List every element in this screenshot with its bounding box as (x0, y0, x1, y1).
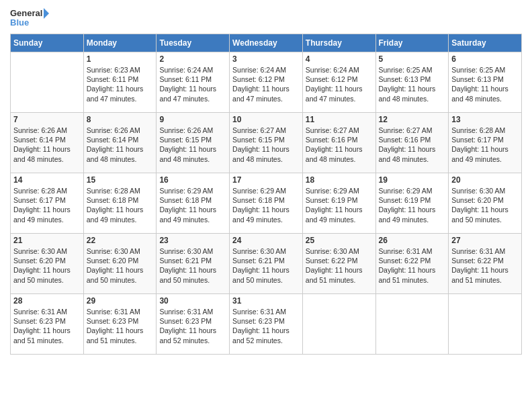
day-number: 19 (379, 175, 446, 185)
calendar-table: SundayMondayTuesdayWednesdayThursdayFrid… (10, 34, 522, 355)
day-cell: 27Sunrise: 6:31 AMSunset: 6:22 PMDayligh… (449, 234, 522, 294)
day-number: 11 (306, 115, 373, 124)
calendar-header-row: SundayMondayTuesdayWednesdayThursdayFrid… (11, 34, 522, 52)
day-cell (302, 294, 375, 355)
day-number: 6 (451, 54, 519, 64)
day-info: Sunrise: 6:26 AMSunset: 6:15 PMDaylight:… (159, 126, 226, 164)
day-info: Sunrise: 6:30 AMSunset: 6:20 PMDaylight:… (13, 246, 81, 285)
day-cell: 18Sunrise: 6:29 AMSunset: 6:19 PMDayligh… (302, 173, 375, 234)
day-number: 13 (451, 115, 519, 124)
col-header-tuesday: Tuesday (157, 34, 230, 52)
day-number: 9 (159, 115, 226, 124)
day-cell: 3Sunrise: 6:24 AMSunset: 6:12 PMDaylight… (230, 52, 303, 113)
week-row-2: 7Sunrise: 6:26 AMSunset: 6:14 PMDaylight… (11, 113, 522, 173)
day-number: 21 (13, 236, 81, 245)
day-cell: 5Sunrise: 6:25 AMSunset: 6:13 PMDaylight… (375, 52, 449, 113)
day-info: Sunrise: 6:29 AMSunset: 6:18 PMDaylight:… (232, 186, 300, 224)
day-cell: 6Sunrise: 6:25 AMSunset: 6:13 PMDaylight… (449, 52, 522, 113)
day-cell: 20Sunrise: 6:30 AMSunset: 6:20 PMDayligh… (449, 173, 522, 234)
day-cell: 19Sunrise: 6:29 AMSunset: 6:19 PMDayligh… (375, 173, 449, 234)
day-number: 16 (159, 175, 226, 185)
day-info: Sunrise: 6:27 AMSunset: 6:15 PMDaylight:… (232, 126, 300, 164)
day-number: 8 (87, 115, 154, 124)
day-cell: 30Sunrise: 6:31 AMSunset: 6:23 PMDayligh… (157, 294, 230, 355)
header: GeneralBlue (10, 7, 522, 28)
day-number: 14 (13, 175, 81, 185)
day-cell: 14Sunrise: 6:28 AMSunset: 6:17 PMDayligh… (11, 173, 84, 234)
day-info: Sunrise: 6:29 AMSunset: 6:19 PMDaylight:… (306, 186, 373, 224)
day-info: Sunrise: 6:29 AMSunset: 6:19 PMDaylight:… (379, 186, 446, 224)
day-info: Sunrise: 6:24 AMSunset: 6:11 PMDaylight:… (159, 65, 226, 103)
day-info: Sunrise: 6:31 AMSunset: 6:23 PMDaylight:… (159, 307, 226, 345)
day-info: Sunrise: 6:24 AMSunset: 6:12 PMDaylight:… (232, 65, 300, 103)
day-info: Sunrise: 6:28 AMSunset: 6:17 PMDaylight:… (451, 126, 519, 164)
day-number: 10 (232, 115, 300, 124)
day-number: 29 (87, 296, 154, 306)
day-info: Sunrise: 6:30 AMSunset: 6:20 PMDaylight:… (87, 246, 154, 285)
day-info: Sunrise: 6:26 AMSunset: 6:14 PMDaylight:… (13, 126, 81, 164)
day-cell: 7Sunrise: 6:26 AMSunset: 6:14 PMDaylight… (11, 113, 84, 173)
day-number: 18 (306, 175, 373, 185)
day-number: 22 (87, 236, 154, 245)
day-cell: 21Sunrise: 6:30 AMSunset: 6:20 PMDayligh… (11, 234, 84, 294)
day-cell (449, 294, 522, 355)
day-number: 28 (13, 296, 81, 306)
day-cell: 9Sunrise: 6:26 AMSunset: 6:15 PMDaylight… (157, 113, 230, 173)
day-cell: 17Sunrise: 6:29 AMSunset: 6:18 PMDayligh… (230, 173, 303, 234)
day-cell (11, 52, 84, 113)
day-number: 23 (159, 236, 226, 245)
day-cell: 26Sunrise: 6:31 AMSunset: 6:22 PMDayligh… (375, 234, 449, 294)
day-info: Sunrise: 6:24 AMSunset: 6:12 PMDaylight:… (306, 65, 373, 103)
day-number: 24 (232, 236, 300, 245)
day-cell: 10Sunrise: 6:27 AMSunset: 6:15 PMDayligh… (230, 113, 303, 173)
col-header-wednesday: Wednesday (230, 34, 303, 52)
day-number: 17 (232, 175, 300, 185)
col-header-thursday: Thursday (302, 34, 375, 52)
day-info: Sunrise: 6:23 AMSunset: 6:11 PMDaylight:… (87, 65, 154, 103)
day-info: Sunrise: 6:30 AMSunset: 6:22 PMDaylight:… (306, 246, 373, 285)
day-info: Sunrise: 6:30 AMSunset: 6:21 PMDaylight:… (232, 246, 300, 285)
day-number: 5 (379, 54, 446, 64)
day-info: Sunrise: 6:25 AMSunset: 6:13 PMDaylight:… (451, 65, 519, 103)
day-info: Sunrise: 6:31 AMSunset: 6:22 PMDaylight:… (451, 246, 519, 285)
day-number: 12 (379, 115, 446, 124)
week-row-5: 28Sunrise: 6:31 AMSunset: 6:23 PMDayligh… (11, 294, 522, 355)
svg-marker-2 (44, 8, 49, 19)
day-cell: 12Sunrise: 6:27 AMSunset: 6:16 PMDayligh… (375, 113, 449, 173)
day-cell: 29Sunrise: 6:31 AMSunset: 6:23 PMDayligh… (83, 294, 157, 355)
day-info: Sunrise: 6:26 AMSunset: 6:14 PMDaylight:… (87, 126, 154, 164)
day-number: 20 (451, 175, 519, 185)
day-cell: 8Sunrise: 6:26 AMSunset: 6:14 PMDaylight… (83, 113, 157, 173)
day-cell (375, 294, 449, 355)
week-row-3: 14Sunrise: 6:28 AMSunset: 6:17 PMDayligh… (11, 173, 522, 234)
day-number: 4 (306, 54, 373, 64)
day-cell: 4Sunrise: 6:24 AMSunset: 6:12 PMDaylight… (302, 52, 375, 113)
day-cell: 1Sunrise: 6:23 AMSunset: 6:11 PMDaylight… (83, 52, 157, 113)
day-info: Sunrise: 6:31 AMSunset: 6:23 PMDaylight:… (232, 307, 300, 345)
col-header-friday: Friday (375, 34, 449, 52)
day-cell: 2Sunrise: 6:24 AMSunset: 6:11 PMDaylight… (157, 52, 230, 113)
day-info: Sunrise: 6:28 AMSunset: 6:18 PMDaylight:… (87, 186, 154, 224)
day-number: 2 (159, 54, 226, 64)
day-cell: 23Sunrise: 6:30 AMSunset: 6:21 PMDayligh… (157, 234, 230, 294)
week-row-1: 1Sunrise: 6:23 AMSunset: 6:11 PMDaylight… (11, 52, 522, 113)
day-cell: 28Sunrise: 6:31 AMSunset: 6:23 PMDayligh… (11, 294, 84, 355)
svg-text:Blue: Blue (10, 17, 29, 28)
day-cell: 24Sunrise: 6:30 AMSunset: 6:21 PMDayligh… (230, 234, 303, 294)
day-number: 1 (87, 54, 154, 64)
day-info: Sunrise: 6:25 AMSunset: 6:13 PMDaylight:… (379, 65, 446, 103)
logo: GeneralBlue (10, 7, 50, 28)
day-number: 31 (232, 296, 300, 306)
day-cell: 25Sunrise: 6:30 AMSunset: 6:22 PMDayligh… (302, 234, 375, 294)
day-info: Sunrise: 6:31 AMSunset: 6:23 PMDaylight:… (13, 307, 81, 345)
svg-text:General: General (10, 8, 42, 18)
day-info: Sunrise: 6:30 AMSunset: 6:20 PMDaylight:… (451, 186, 519, 224)
col-header-sunday: Sunday (11, 34, 84, 52)
day-info: Sunrise: 6:27 AMSunset: 6:16 PMDaylight:… (379, 126, 446, 164)
col-header-monday: Monday (83, 34, 157, 52)
day-number: 30 (159, 296, 226, 306)
day-number: 25 (306, 236, 373, 245)
day-cell: 31Sunrise: 6:31 AMSunset: 6:23 PMDayligh… (230, 294, 303, 355)
day-info: Sunrise: 6:28 AMSunset: 6:17 PMDaylight:… (13, 186, 81, 224)
col-header-saturday: Saturday (449, 34, 522, 52)
